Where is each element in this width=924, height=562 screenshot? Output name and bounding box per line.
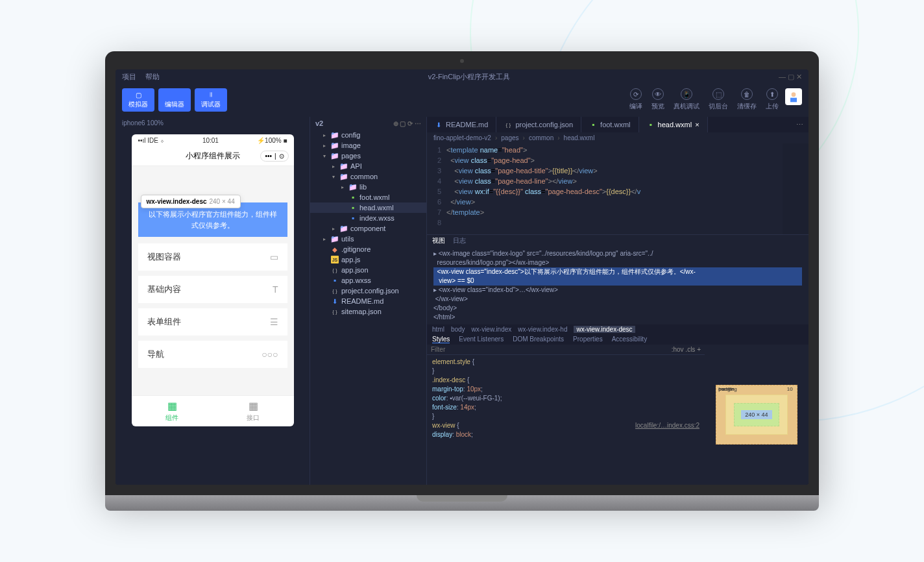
- phone-title: 小程序组件展示: [186, 151, 240, 162]
- editor-area: README.mdproject.config.jsonfoot.wxmlhea…: [427, 117, 808, 485]
- menu-project[interactable]: 项目: [122, 72, 136, 82]
- tab-README.md[interactable]: README.md: [427, 117, 496, 132]
- tab-head.wxml[interactable]: head.wxml×: [639, 117, 708, 132]
- svg-rect-1: [790, 98, 797, 103]
- phone-body[interactable]: wx-view.index-desc240 × 44 以下将展示小程序官方组件能…: [132, 166, 294, 395]
- styles-pane[interactable]: :hov .cls + element.style {}.index-desc …: [427, 345, 705, 485]
- phone-navbar: 小程序组件展示 •••|⊙: [132, 147, 294, 166]
- phone-tabbar: ▦组件▦接口: [132, 395, 294, 426]
- tree-.gitignore[interactable]: .gitignore: [310, 244, 426, 254]
- menubar: 项目 帮助 v2-FinClip小程序开发工具 — ▢ ✕: [116, 69, 808, 84]
- tree-component[interactable]: ▸component: [310, 223, 426, 234]
- tab-project.config.json[interactable]: project.config.json: [496, 117, 581, 132]
- tree-pages[interactable]: ▾pages: [310, 151, 426, 161]
- tree-common[interactable]: ▾common: [310, 171, 426, 182]
- tree-head.wxml[interactable]: head.wxml: [310, 202, 426, 213]
- devtools-tabs[interactable]: 视图日志: [427, 235, 808, 247]
- action-上传[interactable]: ⬆上传: [766, 88, 779, 111]
- phone-tab-接口[interactable]: ▦接口: [213, 396, 294, 426]
- explorer-root[interactable]: v2: [315, 119, 323, 127]
- list-item[interactable]: 表单组件☰: [138, 308, 287, 336]
- action-真机调试[interactable]: 📱真机调试: [674, 88, 699, 111]
- window-controls[interactable]: — ▢ ✕: [779, 73, 802, 81]
- tree-app.json[interactable]: app.json: [310, 265, 426, 275]
- devtools: 视图日志 ▸ <wx-image class="index-logo" src=…: [427, 234, 808, 485]
- editor-tabs: README.mdproject.config.jsonfoot.wxmlhea…: [427, 117, 808, 132]
- action-预览[interactable]: 👁预览: [651, 88, 664, 111]
- phone-tab-组件[interactable]: ▦组件: [132, 396, 213, 426]
- tree-app.wxss[interactable]: app.wxss: [310, 275, 426, 286]
- action-清缓存[interactable]: 🗑清缓存: [737, 88, 757, 111]
- close-icon[interactable]: ×: [695, 121, 699, 128]
- tree-README.md[interactable]: README.md: [310, 296, 426, 306]
- explorer-actions[interactable]: ⊕ ▢ ⟳ ⋯: [393, 120, 421, 127]
- styles-filter-input[interactable]: [431, 346, 672, 353]
- inspect-tooltip: wx-view.index-desc240 × 44: [141, 195, 241, 208]
- toolbar-模拟器[interactable]: ▢模拟器: [122, 88, 154, 112]
- tree-project.config.json[interactable]: project.config.json: [310, 286, 426, 296]
- simulator-device[interactable]: iphone6 100%: [116, 117, 310, 129]
- list-item[interactable]: 基础内容T: [138, 276, 287, 303]
- tree-foot.wxml[interactable]: foot.wxml: [310, 192, 426, 202]
- tree-app.js[interactable]: JSapp.js: [310, 254, 426, 265]
- window-title: v2-FinClip小程序开发工具: [169, 72, 770, 82]
- toolbar: ▢模拟器编辑器⫴调试器 ⟳编译👁预览📱真机调试⬚切后台🗑清缓存⬆上传: [116, 84, 808, 117]
- tree-API[interactable]: ▸API: [310, 161, 426, 171]
- tab-more[interactable]: ⋯: [791, 121, 808, 129]
- box-model[interactable]: margin 10 border padding 240 × 44: [705, 345, 808, 485]
- file-explorer: v2 ⊕ ▢ ⟳ ⋯ ▸config▸image▾pages▸API▾commo…: [310, 117, 427, 485]
- list-item[interactable]: 视图容器▭: [138, 243, 287, 271]
- phone-frame: ••ıl IDE ⬨ 10:01 ⚡100% ■ 小程序组件展示 •••|⊙: [132, 134, 294, 426]
- dom-breadcrumb[interactable]: htmlbodywx-view.indexwx-view.index-hdwx-…: [427, 324, 808, 334]
- tab-foot.wxml[interactable]: foot.wxml: [581, 117, 638, 132]
- menu-help[interactable]: 帮助: [145, 72, 160, 82]
- tree-sitemap.json[interactable]: sitemap.json: [310, 306, 426, 317]
- avatar[interactable]: [785, 88, 802, 105]
- phone-statusbar: ••ıl IDE ⬨ 10:01 ⚡100% ■: [132, 134, 294, 147]
- breadcrumb[interactable]: fino-applet-demo-v2›pages›common›head.wx…: [427, 132, 808, 143]
- devtools-subtabs[interactable]: StylesEvent ListenersDOM BreakpointsProp…: [427, 334, 808, 345]
- toolbar-调试器[interactable]: ⫴调试器: [195, 88, 227, 112]
- tree-image[interactable]: ▸image: [310, 140, 426, 151]
- tree-index.wxss[interactable]: index.wxss: [310, 213, 426, 223]
- action-切后台[interactable]: ⬚切后台: [709, 88, 728, 111]
- dom-inspector[interactable]: ▸ <wx-image class="index-logo" src="../r…: [427, 247, 808, 324]
- tree-utils[interactable]: ▸utils: [310, 234, 426, 244]
- minimap[interactable]: [783, 143, 808, 234]
- code-editor[interactable]: 12345678 <template name="head"> <view cl…: [427, 143, 808, 234]
- tree-config[interactable]: ▸config: [310, 130, 426, 140]
- list-item[interactable]: 导航○○○: [138, 341, 287, 368]
- toolbar-编辑器[interactable]: 编辑器: [158, 88, 191, 112]
- simulator-pane: iphone6 100% ••ıl IDE ⬨ 10:01 ⚡100% ■ 小程…: [116, 117, 310, 485]
- action-编译[interactable]: ⟳编译: [629, 88, 642, 111]
- styles-filter-opts[interactable]: :hov .cls +: [672, 346, 701, 353]
- tree-lib[interactable]: ▸lib: [310, 182, 426, 192]
- svg-point-0: [792, 92, 796, 97]
- capsule-menu[interactable]: •••|⊙: [260, 151, 288, 162]
